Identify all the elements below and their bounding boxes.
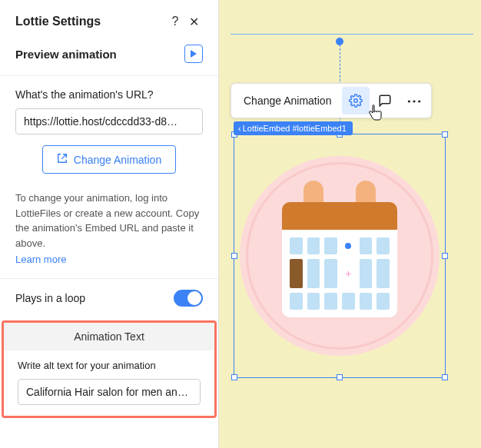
element-badge-label: LottieEmbed #lottieEmbed1 xyxy=(243,124,347,133)
help-text: To change your animation, log into Lotti… xyxy=(15,191,203,251)
chevron-left-icon: ‹ xyxy=(238,124,241,133)
url-question: What's the animation's URL? xyxy=(15,88,203,101)
svg-point-0 xyxy=(354,99,358,103)
toolbar-change-animation[interactable]: Change Animation xyxy=(234,88,340,113)
resize-handle-mr[interactable] xyxy=(442,253,448,259)
calendar-header xyxy=(282,202,397,230)
panel-title: Lottie Settings xyxy=(15,15,166,28)
loop-label: Plays in a loop xyxy=(15,292,174,304)
external-link-icon xyxy=(57,153,68,166)
resize-handle-bl[interactable] xyxy=(231,374,237,380)
loop-row: Plays in a loop xyxy=(0,279,218,317)
alt-text-section: Write alt text for your animation Califo… xyxy=(4,350,214,416)
loop-toggle[interactable] xyxy=(174,290,203,307)
resize-handle-br[interactable] xyxy=(442,374,448,380)
close-icon[interactable]: ✕ xyxy=(184,12,203,31)
calendar-body: + xyxy=(282,230,397,317)
alt-question: Write alt text for your animation xyxy=(18,360,201,371)
animation-text-header[interactable]: Animation Text xyxy=(4,323,214,350)
url-section: What's the animation's URL? https://lott… xyxy=(0,76,218,191)
settings-panel: Lottie Settings ? ✕ Preview animation Wh… xyxy=(0,0,219,448)
preview-label: Preview animation xyxy=(15,48,184,61)
comment-icon[interactable] xyxy=(371,87,399,114)
learn-more-link[interactable]: Learn more xyxy=(15,254,66,265)
play-icon[interactable] xyxy=(184,45,203,63)
change-animation-button[interactable]: Change Animation xyxy=(42,145,176,174)
calendar-icon: + xyxy=(282,202,397,317)
alt-text-input[interactable]: California Hair salon for men and… xyxy=(18,379,201,405)
selection-box[interactable]: + xyxy=(234,134,446,378)
help-icon[interactable]: ? xyxy=(166,12,184,31)
panel-titlebar: Lottie Settings ? ✕ xyxy=(0,0,218,38)
settings-icon[interactable] xyxy=(342,87,370,114)
alignment-anchor xyxy=(336,38,343,45)
element-toolbar: Change Animation ⋯ xyxy=(231,83,432,118)
change-animation-label: Change Animation xyxy=(74,154,161,166)
resize-handle-bm[interactable] xyxy=(337,374,343,380)
url-input[interactable]: https://lottie.host/cdccdd33-d8… xyxy=(15,108,203,134)
help-section: To change your animation, log into Lotti… xyxy=(0,191,218,278)
preview-row[interactable]: Preview animation xyxy=(0,38,218,76)
more-icon[interactable]: ⋯ xyxy=(400,87,428,114)
element-badge[interactable]: ‹ LottieEmbed #lottieEmbed1 xyxy=(234,121,353,135)
resize-handle-tr[interactable] xyxy=(442,131,448,138)
resize-handle-ml[interactable] xyxy=(231,253,237,259)
canvas-guide-line xyxy=(231,34,473,35)
animation-text-highlight: Animation Text Write alt text for your a… xyxy=(2,320,217,418)
